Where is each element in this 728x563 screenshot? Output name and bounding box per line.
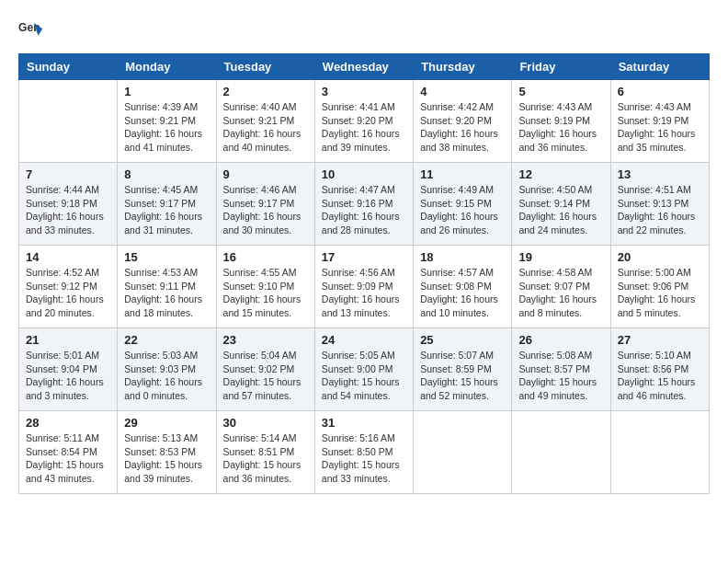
day-number: 23 [223, 333, 308, 347]
calendar-week-row: 21Sunrise: 5:01 AM Sunset: 9:04 PM Dayli… [19, 328, 710, 411]
calendar-header-row: SundayMondayTuesdayWednesdayThursdayFrid… [19, 54, 710, 80]
calendar-cell: 17Sunrise: 4:56 AM Sunset: 9:09 PM Dayli… [314, 246, 413, 328]
day-info: Sunrise: 5:16 AM Sunset: 8:50 PM Dayligh… [322, 431, 406, 486]
calendar-cell: 4Sunrise: 4:42 AM Sunset: 9:20 PM Daylig… [414, 80, 512, 163]
day-number: 24 [322, 333, 406, 347]
calendar-cell: 11Sunrise: 4:49 AM Sunset: 9:15 PM Dayli… [414, 163, 512, 246]
day-number: 28 [26, 416, 110, 430]
calendar-cell: 31Sunrise: 5:16 AM Sunset: 8:50 PM Dayli… [314, 411, 413, 494]
day-info: Sunrise: 4:42 AM Sunset: 9:20 PM Dayligh… [420, 100, 505, 155]
calendar-cell [19, 80, 118, 163]
calendar-cell: 23Sunrise: 5:04 AM Sunset: 9:02 PM Dayli… [216, 328, 314, 411]
calendar-cell: 24Sunrise: 5:05 AM Sunset: 9:00 PM Dayli… [314, 328, 413, 411]
day-info: Sunrise: 4:49 AM Sunset: 9:15 PM Dayligh… [420, 183, 505, 237]
day-info: Sunrise: 4:45 AM Sunset: 9:17 PM Dayligh… [124, 183, 209, 237]
day-number: 27 [618, 333, 702, 347]
day-number: 2 [223, 85, 308, 98]
day-info: Sunrise: 5:08 AM Sunset: 8:57 PM Dayligh… [518, 349, 603, 403]
calendar-cell: 29Sunrise: 5:13 AM Sunset: 8:53 PM Dayli… [118, 411, 216, 494]
calendar-week-row: 28Sunrise: 5:11 AM Sunset: 8:54 PM Dayli… [19, 411, 710, 494]
day-number: 8 [124, 167, 209, 181]
day-info: Sunrise: 5:00 AM Sunset: 9:06 PM Dayligh… [618, 266, 702, 320]
day-info: Sunrise: 4:47 AM Sunset: 9:16 PM Dayligh… [322, 183, 406, 237]
calendar-cell: 1Sunrise: 4:39 AM Sunset: 9:21 PM Daylig… [118, 80, 216, 163]
day-number: 1 [124, 85, 209, 98]
day-number: 29 [124, 416, 209, 430]
calendar-cell: 10Sunrise: 4:47 AM Sunset: 9:16 PM Dayli… [314, 163, 413, 246]
calendar-cell: 21Sunrise: 5:01 AM Sunset: 9:04 PM Dayli… [19, 328, 118, 411]
calendar-cell: 8Sunrise: 4:45 AM Sunset: 9:17 PM Daylig… [118, 163, 216, 246]
day-number: 30 [223, 416, 308, 430]
logo-icon: Gen [18, 18, 44, 44]
calendar-cell: 25Sunrise: 5:07 AM Sunset: 8:59 PM Dayli… [414, 328, 512, 411]
day-info: Sunrise: 4:43 AM Sunset: 9:19 PM Dayligh… [518, 100, 603, 155]
day-info: Sunrise: 4:55 AM Sunset: 9:10 PM Dayligh… [223, 266, 308, 320]
day-info: Sunrise: 5:14 AM Sunset: 8:51 PM Dayligh… [223, 431, 308, 486]
day-info: Sunrise: 4:43 AM Sunset: 9:19 PM Dayligh… [618, 100, 702, 155]
calendar-cell [610, 411, 709, 494]
day-number: 9 [223, 167, 308, 181]
calendar-week-row: 1Sunrise: 4:39 AM Sunset: 9:21 PM Daylig… [19, 80, 710, 163]
calendar-cell: 16Sunrise: 4:55 AM Sunset: 9:10 PM Dayli… [216, 246, 314, 328]
day-number: 15 [124, 250, 209, 264]
day-info: Sunrise: 4:51 AM Sunset: 9:13 PM Dayligh… [618, 183, 702, 237]
calendar-cell: 15Sunrise: 4:53 AM Sunset: 9:11 PM Dayli… [118, 246, 216, 328]
day-info: Sunrise: 5:10 AM Sunset: 8:56 PM Dayligh… [618, 349, 702, 403]
calendar-cell [414, 411, 512, 494]
calendar-cell: 2Sunrise: 4:40 AM Sunset: 9:21 PM Daylig… [216, 80, 314, 163]
calendar-cell: 12Sunrise: 4:50 AM Sunset: 9:14 PM Dayli… [512, 163, 610, 246]
header-monday: Monday [118, 54, 216, 80]
calendar-cell: 3Sunrise: 4:41 AM Sunset: 9:20 PM Daylig… [314, 80, 413, 163]
day-number: 3 [322, 85, 406, 98]
day-number: 26 [518, 333, 603, 347]
day-number: 17 [322, 250, 406, 264]
day-number: 12 [518, 167, 603, 181]
header-sunday: Sunday [19, 54, 118, 80]
day-info: Sunrise: 4:41 AM Sunset: 9:20 PM Dayligh… [322, 100, 406, 155]
day-number: 7 [26, 167, 110, 181]
day-number: 22 [124, 333, 209, 347]
calendar-cell: 28Sunrise: 5:11 AM Sunset: 8:54 PM Dayli… [19, 411, 118, 494]
day-number: 16 [223, 250, 308, 264]
calendar-cell: 5Sunrise: 4:43 AM Sunset: 9:19 PM Daylig… [512, 80, 610, 163]
calendar-cell: 26Sunrise: 5:08 AM Sunset: 8:57 PM Dayli… [512, 328, 610, 411]
day-info: Sunrise: 5:01 AM Sunset: 9:04 PM Dayligh… [26, 349, 110, 403]
day-number: 13 [618, 167, 702, 181]
day-info: Sunrise: 5:07 AM Sunset: 8:59 PM Dayligh… [420, 349, 505, 403]
day-info: Sunrise: 4:56 AM Sunset: 9:09 PM Dayligh… [322, 266, 406, 320]
day-info: Sunrise: 4:50 AM Sunset: 9:14 PM Dayligh… [518, 183, 603, 237]
calendar-cell: 9Sunrise: 4:46 AM Sunset: 9:17 PM Daylig… [216, 163, 314, 246]
day-info: Sunrise: 4:44 AM Sunset: 9:18 PM Dayligh… [26, 183, 110, 237]
calendar-cell: 20Sunrise: 5:00 AM Sunset: 9:06 PM Dayli… [610, 246, 709, 328]
calendar-cell [512, 411, 610, 494]
day-number: 4 [420, 85, 505, 98]
header-thursday: Thursday [414, 54, 512, 80]
day-info: Sunrise: 4:46 AM Sunset: 9:17 PM Dayligh… [223, 183, 308, 237]
calendar-cell: 18Sunrise: 4:57 AM Sunset: 9:08 PM Dayli… [414, 246, 512, 328]
calendar-week-row: 14Sunrise: 4:52 AM Sunset: 9:12 PM Dayli… [19, 246, 710, 328]
calendar-cell: 19Sunrise: 4:58 AM Sunset: 9:07 PM Dayli… [512, 246, 610, 328]
day-number: 21 [26, 333, 110, 347]
day-info: Sunrise: 4:39 AM Sunset: 9:21 PM Dayligh… [124, 100, 209, 155]
calendar-cell: 27Sunrise: 5:10 AM Sunset: 8:56 PM Dayli… [610, 328, 709, 411]
calendar-cell: 14Sunrise: 4:52 AM Sunset: 9:12 PM Dayli… [19, 246, 118, 328]
day-number: 25 [420, 333, 505, 347]
header-saturday: Saturday [610, 54, 709, 80]
day-number: 31 [322, 416, 406, 430]
day-number: 11 [420, 167, 505, 181]
day-number: 6 [618, 85, 702, 98]
logo: Gen [18, 18, 48, 44]
day-number: 5 [518, 85, 603, 98]
calendar-cell: 13Sunrise: 4:51 AM Sunset: 9:13 PM Dayli… [610, 163, 709, 246]
day-number: 20 [618, 250, 702, 264]
day-info: Sunrise: 5:11 AM Sunset: 8:54 PM Dayligh… [26, 431, 110, 486]
day-info: Sunrise: 5:13 AM Sunset: 8:53 PM Dayligh… [124, 431, 209, 486]
calendar-table: SundayMondayTuesdayWednesdayThursdayFrid… [18, 53, 710, 494]
header-tuesday: Tuesday [216, 54, 314, 80]
day-number: 14 [26, 250, 110, 264]
day-number: 10 [322, 167, 406, 181]
day-info: Sunrise: 4:53 AM Sunset: 9:11 PM Dayligh… [124, 266, 209, 320]
calendar-week-row: 7Sunrise: 4:44 AM Sunset: 9:18 PM Daylig… [19, 163, 710, 246]
day-info: Sunrise: 5:04 AM Sunset: 9:02 PM Dayligh… [223, 349, 308, 403]
day-number: 18 [420, 250, 505, 264]
